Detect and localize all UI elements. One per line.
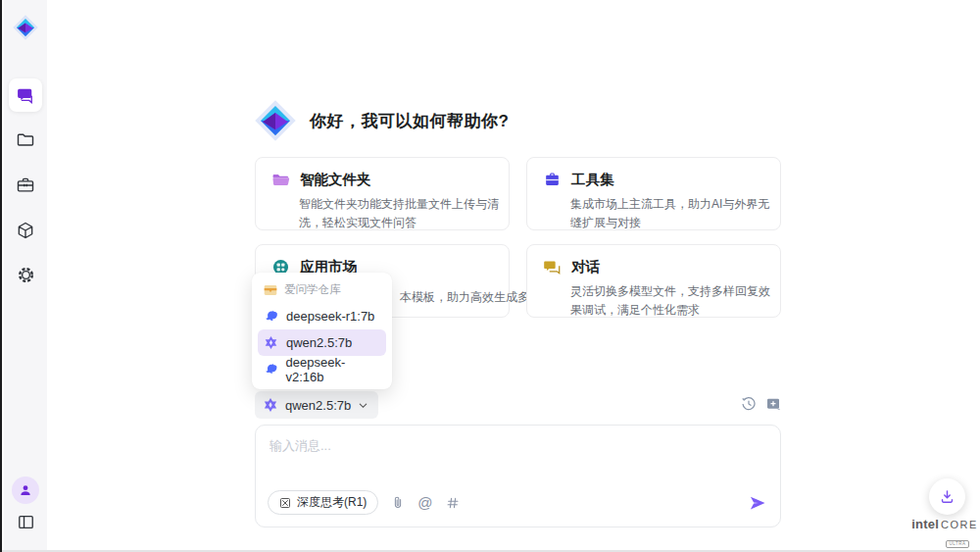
core-wordmark: core [941, 519, 978, 530]
model-group-row: 爱问学仓库 [258, 279, 386, 303]
card-desc: 集成市场上主流工具，助力AI与外界无缝扩展与对接 [570, 195, 778, 231]
card-desc: 灵活切换多模型文件，支持多样回复效果调试，满足个性化需求 [570, 282, 778, 319]
greeting-title: 你好，我可以如何帮助你? [310, 110, 509, 132]
intel-core-logo: intel core ultra [914, 517, 975, 549]
sidebar-item-chat[interactable] [9, 78, 42, 112]
card-dialog[interactable]: 对话 灵活切换多模型文件，支持多样回复效果调试，满足个性化需求 [526, 244, 781, 318]
qwen-icon [264, 335, 278, 350]
card-title: 智能文件夹 [300, 171, 371, 189]
download-icon [939, 488, 956, 505]
model-group-label: 爱问学仓库 [284, 282, 341, 297]
message-composer: 深度思考(R1) @ [255, 425, 781, 527]
greeting: 你好，我可以如何帮助你? [253, 98, 509, 143]
new-chat-icon[interactable] [765, 396, 781, 412]
model-selector[interactable]: qwen2.5:7b [255, 391, 378, 419]
app-window: 你好，我可以如何帮助你? 智能文件夹 智能文件夹功能支持批量文件上传与清洗，轻松… [0, 0, 980, 552]
chat-icon [16, 85, 35, 105]
model-option-deepseek-r1[interactable]: deepseek-r1:7b [258, 303, 386, 329]
chevron-down-icon [358, 400, 368, 411]
attach-file-button[interactable] [391, 495, 405, 510]
sidebar-item-account[interactable] [12, 477, 39, 504]
sidebar-item-models[interactable] [9, 214, 42, 247]
model-option-label: deepseek-v2:16b [286, 355, 380, 384]
deep-think-label: 深度思考(R1) [297, 494, 367, 511]
sidebar [4, 0, 47, 552]
deepseek-icon [264, 362, 278, 376]
sidebar-item-collapse[interactable] [9, 505, 42, 538]
history-icon[interactable] [741, 396, 757, 412]
download-button[interactable] [929, 478, 965, 515]
intel-wordmark: intel [911, 517, 939, 531]
card-toolset[interactable]: 工具集 集成市场上主流工具，助力AI与外界无缝扩展与对接 [526, 157, 781, 230]
send-icon [749, 494, 766, 512]
card-title: 工具集 [571, 171, 614, 189]
conversation-actions [741, 396, 781, 412]
smart-folder-icon [271, 171, 290, 189]
prompt-template-button[interactable] [446, 496, 460, 510]
sidebar-item-toolset[interactable] [9, 169, 42, 202]
qwen-icon [263, 397, 278, 413]
card-desc: 智能文件夹功能支持批量文件上传与清洗，轻松实现文件问答 [299, 195, 507, 231]
sidebar-item-folders[interactable] [9, 124, 42, 157]
deep-think-icon [279, 497, 291, 509]
model-option-qwen[interactable]: qwen2.5:7b [258, 329, 386, 356]
folder-icon [16, 130, 35, 150]
deep-think-toggle[interactable]: 深度思考(R1) [268, 490, 378, 515]
person-icon [18, 482, 33, 498]
model-selector-value: qwen2.5:7b [285, 398, 351, 413]
mention-button[interactable]: @ [417, 494, 432, 511]
paperclip-icon [391, 495, 405, 510]
model-dropdown: 爱问学仓库 deepseek-r1:7b qwen2.5:7b deepseek… [252, 273, 392, 389]
deepseek-icon [264, 309, 278, 324]
greeting-logo-icon [253, 98, 298, 143]
card-smart-folder[interactable]: 智能文件夹 智能文件夹功能支持批量文件上传与清洗，轻松实现文件问答 [255, 157, 510, 230]
sidebar-item-settings[interactable] [9, 258, 42, 291]
model-option-label: qwen2.5:7b [286, 335, 352, 350]
grid-hash-icon [446, 496, 460, 510]
send-button[interactable] [749, 494, 766, 512]
card-desc-fragment: 本模板，助力高效生成多 [400, 288, 529, 307]
composer-toolbar: 深度思考(R1) @ [268, 490, 766, 515]
message-input[interactable] [270, 437, 764, 484]
repository-icon [264, 284, 277, 296]
card-title: 对话 [571, 258, 600, 276]
toolset-icon [543, 171, 562, 189]
cube-icon [16, 221, 35, 240]
dialog-icon [543, 258, 562, 276]
gear-icon [16, 265, 36, 285]
ultra-badge: ultra [946, 540, 970, 548]
model-option-deepseek-v2[interactable]: deepseek-v2:16b [258, 356, 386, 382]
panel-toggle-icon [17, 513, 35, 531]
app-logo-icon [11, 13, 40, 42]
briefcase-icon [16, 176, 35, 195]
model-option-label: deepseek-r1:7b [286, 309, 374, 324]
